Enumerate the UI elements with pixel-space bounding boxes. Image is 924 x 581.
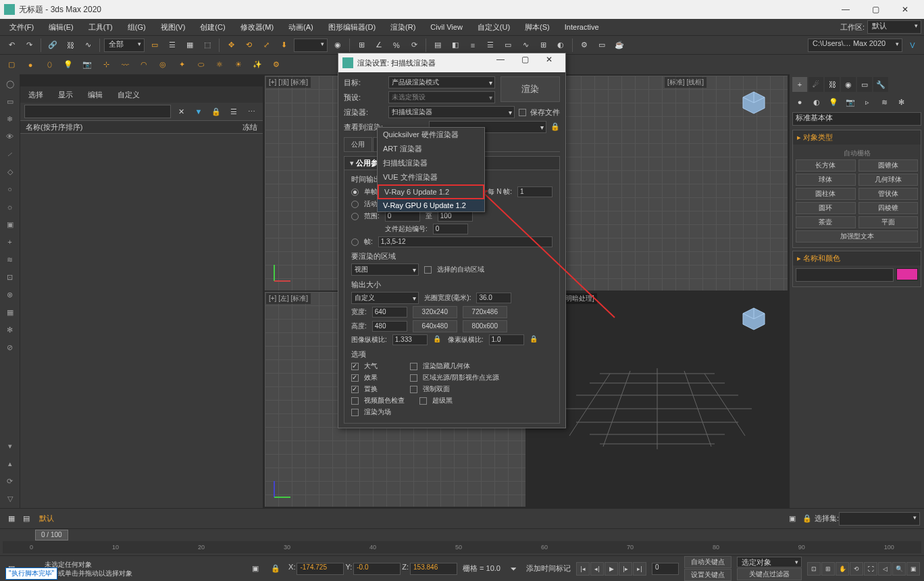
- helper-icon[interactable]: ⊹: [99, 57, 113, 72]
- width-spinner[interactable]: 640: [372, 307, 407, 318]
- height-spinner[interactable]: 480: [372, 321, 407, 332]
- timeline[interactable]: 0 / 100 0102030405060708090100: [0, 528, 924, 555]
- imgaspect-spinner[interactable]: 1.333: [392, 334, 428, 345]
- next-frame-icon[interactable]: |▸: [619, 562, 632, 576]
- prim-plane[interactable]: 平面: [858, 216, 919, 228]
- layer-explorer-icon[interactable]: ▦: [4, 511, 19, 526]
- clear-search-icon[interactable]: ✕: [174, 104, 188, 119]
- patch-icon[interactable]: ◠: [136, 57, 151, 72]
- select-name-icon[interactable]: ☰: [165, 38, 180, 53]
- prim-textplus[interactable]: 加强型文本: [796, 230, 918, 243]
- dd-vray6[interactable]: V-Ray 6 Update 1.2: [378, 184, 484, 199]
- lock-view-icon[interactable]: 🔒: [550, 122, 560, 132]
- eff-check[interactable]: [351, 374, 359, 382]
- render-button[interactable]: 渲染: [500, 76, 560, 102]
- frozen-icon[interactable]: ✻: [2, 322, 18, 338]
- project-path[interactable]: C:\Users\… Max 2020: [808, 39, 902, 52]
- rotate-icon[interactable]: ⟲: [241, 38, 256, 53]
- scene-explorer-icon[interactable]: ◯: [2, 76, 18, 92]
- add-time-tag[interactable]: 添加时间标记: [526, 563, 571, 574]
- geometry-cat-icon[interactable]: ●: [792, 95, 807, 109]
- isolate-sel-icon[interactable]: ▣: [248, 561, 263, 576]
- scene-tab-display[interactable]: 显示: [54, 89, 77, 101]
- zoom-all-icon[interactable]: ⊞: [821, 562, 835, 576]
- spacewarp-icon[interactable]: ≋: [2, 251, 18, 268]
- menu-civilview[interactable]: Civil View: [424, 22, 469, 32]
- keymode-combo[interactable]: 选定对象: [737, 557, 802, 567]
- selection-lock-icon[interactable]: 🔒: [800, 511, 815, 526]
- cameras-cat-icon[interactable]: 📷: [843, 95, 858, 109]
- menu-grapheditors[interactable]: 图形编辑器(D): [322, 21, 382, 34]
- zoom-region-icon[interactable]: 🔍: [892, 562, 906, 576]
- helper-l-icon[interactable]: +: [2, 234, 18, 250]
- goto-end-icon[interactable]: ▸|: [633, 562, 646, 576]
- disp-check[interactable]: [351, 386, 359, 393]
- menu-tools[interactable]: 工具(T): [82, 21, 120, 34]
- goto-start-icon[interactable]: |◂: [576, 562, 590, 576]
- systems-cat-icon[interactable]: ✻: [894, 95, 908, 109]
- dialog-titlebar[interactable]: 渲染设置: 扫描线渲染器 — ▢ ✕: [338, 53, 565, 72]
- dd-quicksilver[interactable]: Quicksilver 硬件渲染器: [378, 128, 484, 142]
- range-from-spinner[interactable]: 0: [385, 211, 420, 222]
- autogrid-check[interactable]: 自动栅格: [796, 147, 918, 159]
- size-320[interactable]: 320x240: [413, 306, 457, 318]
- filter-l-icon[interactable]: ▽: [2, 490, 18, 507]
- shape-l-icon[interactable]: ○: [2, 181, 18, 197]
- size-800[interactable]: 800x600: [463, 320, 507, 332]
- select-icon[interactable]: ▭: [147, 38, 162, 53]
- prim-tube[interactable]: 管状体: [858, 188, 919, 200]
- prim-box[interactable]: 长方体: [796, 159, 856, 172]
- maximize-button[interactable]: ▢: [861, 0, 890, 19]
- mirror-icon[interactable]: ◧: [448, 38, 463, 53]
- curve-editor-icon[interactable]: ∿: [518, 38, 533, 53]
- preset-combo[interactable]: 未选定预设: [388, 91, 495, 103]
- schematic-icon[interactable]: ⊞: [536, 38, 550, 53]
- select-region-icon[interactable]: ▦: [182, 38, 197, 53]
- filestart-spinner[interactable]: 0: [433, 224, 468, 234]
- menu-edit[interactable]: 编辑(E): [42, 21, 80, 34]
- sync-icon[interactable]: ⟳: [2, 473, 18, 489]
- light-l-icon[interactable]: ☼: [2, 199, 18, 215]
- display-tab-icon[interactable]: ▭: [857, 77, 872, 92]
- dialog-minimize-button[interactable]: —: [488, 55, 513, 71]
- expand-icon[interactable]: ▾: [2, 438, 18, 454]
- default-layer-label[interactable]: 默认: [39, 513, 54, 524]
- pixaspect-spinner[interactable]: 1.0: [489, 334, 524, 345]
- scene-tab-edit[interactable]: 编辑: [84, 89, 107, 101]
- utilities-tab-icon[interactable]: 🔧: [873, 77, 888, 92]
- track-bar[interactable]: 0102030405060708090100: [3, 541, 921, 553]
- compound-icon[interactable]: ◎: [155, 57, 170, 72]
- render-setup-icon[interactable]: ⚙: [577, 38, 592, 53]
- viewcube-icon[interactable]: [740, 89, 767, 116]
- dialog-maximize-button[interactable]: ▢: [513, 55, 537, 71]
- prim-torus[interactable]: 圆环: [796, 202, 856, 214]
- close-button[interactable]: ✕: [890, 0, 920, 19]
- align-icon[interactable]: ≡: [465, 38, 480, 53]
- box-shape-icon[interactable]: ▢: [4, 57, 19, 72]
- vidcolor-check[interactable]: [351, 397, 359, 405]
- menu-customize[interactable]: 自定义(U): [471, 21, 517, 34]
- move-icon[interactable]: ✥: [224, 38, 238, 53]
- menu-scripting[interactable]: 脚本(S): [518, 21, 557, 34]
- fov-icon[interactable]: ◁: [878, 562, 892, 576]
- size-640[interactable]: 640x480: [413, 320, 457, 332]
- setkey-button[interactable]: 设置关键点: [684, 569, 732, 581]
- pixaspect-lock-icon[interactable]: 🔒: [530, 335, 539, 345]
- viewport-top-label[interactable]: [+] [顶] [标准]: [266, 77, 311, 88]
- angle-snap-icon[interactable]: ∠: [371, 38, 386, 53]
- spacewarps-cat-icon[interactable]: ≋: [877, 95, 892, 109]
- container-icon[interactable]: ▦: [2, 304, 18, 320]
- superblk-check[interactable]: [419, 397, 427, 405]
- scene-tab-customize[interactable]: 自定义: [113, 89, 144, 101]
- object-type-header[interactable]: ▸ 对象类型: [793, 130, 921, 145]
- modify-tab-icon[interactable]: ☄: [808, 77, 823, 92]
- shapes-cat-icon[interactable]: ◐: [809, 95, 824, 109]
- time-tag-icon[interactable]: ⏷: [506, 561, 521, 576]
- frames-input[interactable]: 1,3,5-12: [378, 236, 553, 247]
- layer-icon[interactable]: ☰: [483, 38, 498, 53]
- viewport-left-label[interactable]: [+] [左] [标准]: [266, 293, 311, 304]
- bone-icon[interactable]: ⟋: [2, 146, 18, 162]
- menu-file[interactable]: 文件(F): [3, 21, 41, 34]
- ref-coord-combo[interactable]: [294, 39, 328, 52]
- savefile-check[interactable]: [519, 109, 526, 116]
